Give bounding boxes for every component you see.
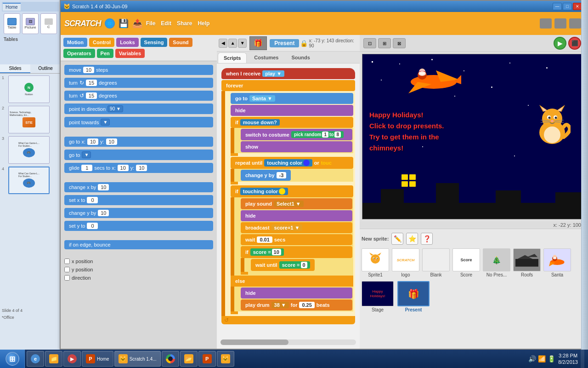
cat-control[interactable]: Control xyxy=(89,38,114,47)
check-y-pos[interactable] xyxy=(64,267,70,272)
view-btn-1[interactable] xyxy=(540,18,552,29)
menu-edit[interactable]: Edit xyxy=(161,20,171,27)
block-change-y[interactable]: change y by 10 xyxy=(64,208,213,218)
block-set-x[interactable]: set x to 0 xyxy=(64,195,213,205)
script-scrollbar[interactable] xyxy=(220,339,356,345)
view-large[interactable]: ⊠ xyxy=(393,38,406,48)
check-direction[interactable] xyxy=(64,275,70,281)
block-wait[interactable]: wait 0.01 secs xyxy=(241,234,352,245)
globe-icon[interactable]: 🌐 xyxy=(105,18,115,29)
nav-btn-left[interactable]: ◀ xyxy=(219,39,227,48)
maximize-button[interactable]: □ xyxy=(563,3,572,10)
ppt-slide-2[interactable]: 2 Science, Technology,Mathematics, En...… xyxy=(2,106,59,133)
menu-file[interactable]: File xyxy=(146,20,156,27)
taskbar-scratch[interactable]: 🐱 Scratch 1.4... xyxy=(114,351,161,367)
new-sprite-paint[interactable]: ✏️ xyxy=(391,233,403,245)
block-glide[interactable]: glide 1 secs to x: 10 y: 10 xyxy=(64,163,213,173)
stop-button[interactable]: ⬛ xyxy=(568,37,581,50)
block-set-y[interactable]: set y to 0 xyxy=(64,221,213,231)
cat-looks[interactable]: Looks xyxy=(116,38,138,47)
block-if-score[interactable]: if score = 10 xyxy=(241,246,352,258)
cat-pen[interactable]: Pen xyxy=(97,49,113,58)
sprite-item-nopres[interactable]: 🎄 No Pres... xyxy=(483,248,510,277)
cat-variables[interactable]: Variables xyxy=(115,49,145,58)
cat-operators[interactable]: Operators xyxy=(63,49,95,58)
nav-btn-up[interactable]: ▲ xyxy=(228,39,237,48)
close-button[interactable]: ✕ xyxy=(573,3,582,10)
slide-thumb-1[interactable]: N Notion xyxy=(8,75,50,103)
tab-sounds[interactable]: Sounds xyxy=(286,52,315,63)
view-btn-2[interactable] xyxy=(554,18,566,29)
block-goto[interactable]: go to ▼ xyxy=(64,150,213,160)
sprite-item-roofs[interactable]: Roofs xyxy=(513,248,541,277)
block-point-direction[interactable]: point in direction 90 ▼ xyxy=(64,104,213,114)
block-forever[interactable]: forever xyxy=(221,80,355,91)
block-broadcast[interactable]: broadcast score+1 ▼ xyxy=(241,222,352,233)
block-else[interactable]: else xyxy=(231,276,353,287)
block-switch-costume[interactable]: switch to costume pick random 1 to 8 xyxy=(241,129,352,140)
check-x-pos[interactable] xyxy=(64,259,70,264)
block-play-drum[interactable]: play drum 38 ▼ for 0.25 beats xyxy=(241,299,352,310)
block-play-sound[interactable]: play sound Select1 ▼ xyxy=(241,198,352,209)
block-turn-cw[interactable]: turn ↻ 15 degrees xyxy=(64,78,213,88)
view-medium[interactable]: ⊞ xyxy=(378,38,391,48)
menu-help[interactable]: Help xyxy=(198,20,209,27)
tab-costumes[interactable]: Costumes xyxy=(249,52,284,63)
block-show[interactable]: show xyxy=(241,141,352,152)
sprite-item-logo[interactable]: SCRATCH logo xyxy=(392,248,419,277)
green-flag-button[interactable]: ▶ xyxy=(554,37,566,50)
save-icon[interactable]: 💾 xyxy=(119,18,129,29)
stage-canvas[interactable]: Happy Holidays! Click to drop presents. … xyxy=(362,54,582,219)
block-if-mouse[interactable]: if mouse down? xyxy=(231,117,353,128)
slide-thumb-2[interactable]: Science, Technology,Mathematics, En... S… xyxy=(8,106,50,133)
taskbar-chrome[interactable] xyxy=(162,351,179,367)
block-turn-ccw[interactable]: turn ↺ 15 degrees xyxy=(64,91,213,101)
nav-btn-down[interactable]: ▼ xyxy=(238,39,247,48)
script-canvas[interactable]: when I receive play ▼ forever go to Sant… xyxy=(217,63,360,349)
block-goto-xy[interactable]: go to x: 10 y: 10 xyxy=(64,137,213,147)
block-hide-2[interactable]: hide xyxy=(241,210,352,221)
tab-scripts[interactable]: Scripts xyxy=(218,52,247,63)
start-button[interactable]: ⊞ xyxy=(0,350,25,368)
ppt-slide-3[interactable]: 3 What Can Game-L...For Studen... 🎮 xyxy=(2,136,59,164)
slide-thumb-3[interactable]: What Can Game-L...For Studen... 🎮 xyxy=(8,136,50,164)
taskbar-explorer[interactable]: 📁 xyxy=(45,351,62,367)
menu-share[interactable]: Share xyxy=(177,20,192,27)
minimize-button[interactable]: — xyxy=(553,3,562,10)
slide-thumb-4[interactable]: What Can Game-L...For Studen... 🎮 xyxy=(8,167,50,194)
taskbar-powerpoint[interactable]: P Home xyxy=(82,351,113,367)
stage-stage-item[interactable]: HappyHolidays! Stage xyxy=(362,281,394,312)
block-goto-santa[interactable]: go to Santa ▼ xyxy=(231,93,353,104)
block-repeat-until[interactable]: repeat until touching color or touc xyxy=(231,157,353,169)
sprite-item-score[interactable]: Score Score xyxy=(452,248,480,277)
cat-sound[interactable]: Sound xyxy=(169,38,192,47)
cat-sensing[interactable]: Sensing xyxy=(141,38,168,47)
ppt-btn-picture[interactable]: 🖼 Picture xyxy=(22,13,39,34)
block-point-towards[interactable]: point towards ▼ xyxy=(64,117,213,127)
ppt-slide-1[interactable]: 1 N Notion xyxy=(2,75,59,103)
view-small[interactable]: ⊡ xyxy=(363,38,376,48)
taskbar-media[interactable]: ▶ xyxy=(63,351,81,367)
sprite-item-blank[interactable]: Blank xyxy=(422,248,450,277)
stage-present-item[interactable]: 🎁 Present xyxy=(397,281,430,312)
block-change-y-neg3[interactable]: change y by -3 xyxy=(241,170,291,181)
block-hide-3[interactable]: hide xyxy=(241,288,352,299)
tab-slides[interactable]: Slides xyxy=(0,64,30,73)
block-hide-1[interactable]: hide xyxy=(231,105,353,116)
view-btn-3[interactable] xyxy=(569,18,581,29)
block-bounce[interactable]: if on edge, bounce xyxy=(64,240,213,249)
ppt-btn-c[interactable]: C xyxy=(40,13,57,34)
export-icon[interactable]: 📤 xyxy=(132,18,142,29)
block-move[interactable]: move 10 steps xyxy=(64,65,213,75)
sprite-item-santa[interactable]: Santa xyxy=(543,248,571,277)
block-wait-until[interactable]: wait until score = 0 xyxy=(251,259,315,271)
tab-outline[interactable]: Outline xyxy=(30,64,61,73)
ppt-slide-4[interactable]: 4 What Can Game-L...For Studen... 🎮 xyxy=(2,167,59,194)
ppt-tab-home[interactable]: Home xyxy=(3,3,21,11)
block-change-x[interactable]: change x by 10 xyxy=(64,182,213,192)
new-sprite-surprise[interactable]: ⭐ xyxy=(406,233,418,245)
taskbar-ie[interactable]: e xyxy=(27,351,44,367)
taskbar-ppt2[interactable]: P xyxy=(198,351,216,367)
ppt-btn-table[interactable]: Table xyxy=(4,13,20,34)
cat-motion[interactable]: Motion xyxy=(63,38,87,47)
